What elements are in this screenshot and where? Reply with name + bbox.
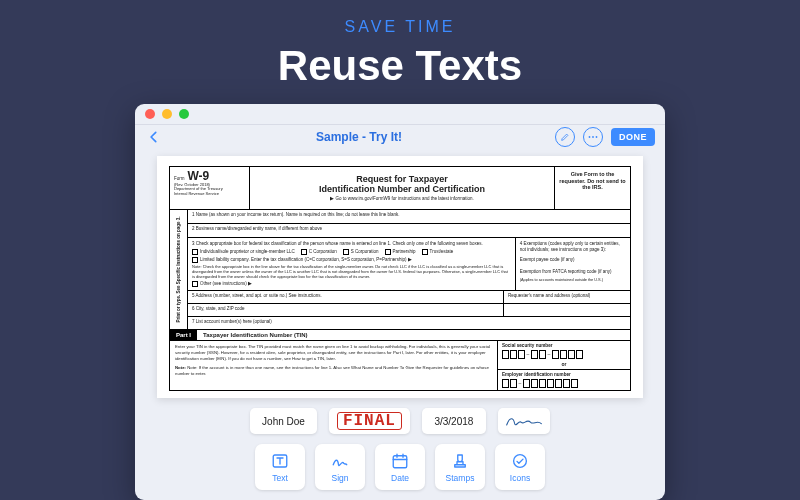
- toolbar: Sample - Try It! DONE: [135, 125, 665, 148]
- hero-subtitle: SAVE TIME: [345, 18, 456, 36]
- window-zoom-button[interactable]: [179, 109, 189, 119]
- form-ssn-box: Social security number – – or: [498, 341, 630, 370]
- svg-point-2: [596, 136, 598, 138]
- text-icon: [271, 452, 289, 470]
- chip-final-stamp[interactable]: FINAL: [329, 408, 410, 434]
- form-tax-classification: 3 Check appropriate box for federal tax …: [188, 238, 516, 290]
- document-title: Sample - Try It!: [171, 130, 547, 144]
- signature-icon: [504, 412, 544, 430]
- svg-point-5: [514, 454, 527, 467]
- done-button[interactable]: DONE: [611, 128, 655, 146]
- tool-date[interactable]: Date: [375, 444, 425, 490]
- app-window: Sample - Try It! DONE Form W-9 (Rev. Oct…: [135, 104, 665, 500]
- calendar-icon: [391, 452, 409, 470]
- hero-title: Reuse Texts: [278, 42, 522, 90]
- tool-sign[interactable]: Sign: [315, 444, 365, 490]
- stamp-icon: [451, 452, 469, 470]
- form-row-requester: Requester's name and address (optional): [504, 291, 630, 303]
- form-part1-instructions: Enter your TIN in the appropriate box. T…: [170, 341, 497, 390]
- document-viewport[interactable]: Form W-9 (Rev. October 2018) Department …: [135, 148, 665, 398]
- chip-signature[interactable]: [498, 408, 550, 434]
- form-give-to: Give Form to the requester. Do not send …: [554, 167, 630, 209]
- document-page: Form W-9 (Rev. October 2018) Department …: [157, 156, 643, 398]
- chip-date[interactable]: 3/3/2018: [422, 408, 486, 434]
- tool-text[interactable]: Text: [255, 444, 305, 490]
- reusable-chips-row: John Doe FINAL 3/3/2018: [135, 398, 665, 440]
- form-row-city: 6 City, state, and ZIP code: [188, 304, 504, 316]
- more-button[interactable]: [583, 127, 603, 147]
- form-title-block: Request for Taxpayer Identification Numb…: [250, 167, 554, 209]
- form-number-block: Form W-9 (Rev. October 2018) Department …: [170, 167, 250, 209]
- svg-point-0: [589, 136, 591, 138]
- form-sidebar-label: Print or type. See Specific Instructions…: [170, 210, 188, 329]
- svg-rect-4: [393, 455, 407, 467]
- sign-icon: [331, 452, 349, 470]
- window-close-button[interactable]: [145, 109, 155, 119]
- form-row-address: 5 Address (number, street, and apt. or s…: [188, 291, 504, 303]
- form-part1-header: Part I Taxpayer Identification Number (T…: [169, 330, 631, 341]
- form-ein-box: Employer identification number –: [498, 370, 630, 390]
- tools-row: Text Sign Date Stamps Icons: [135, 440, 665, 500]
- checkmark-icon: [511, 452, 529, 470]
- window-titlebar: [135, 104, 665, 125]
- form-row-accounts: 7 List account number(s) here (optional): [188, 317, 630, 329]
- form-row-name: 1 Name (as shown on your income tax retu…: [188, 210, 630, 224]
- back-button[interactable]: [145, 128, 163, 146]
- window-traffic-lights: [145, 109, 189, 119]
- window-minimize-button[interactable]: [162, 109, 172, 119]
- tool-icons[interactable]: Icons: [495, 444, 545, 490]
- form-exemptions: 4 Exemptions (codes apply only to certai…: [516, 238, 630, 290]
- form-row-business: 2 Business name/disregarded entity name,…: [188, 224, 630, 238]
- annotate-button[interactable]: [555, 127, 575, 147]
- chip-name[interactable]: John Doe: [250, 408, 317, 434]
- tool-stamps[interactable]: Stamps: [435, 444, 485, 490]
- svg-point-1: [592, 136, 594, 138]
